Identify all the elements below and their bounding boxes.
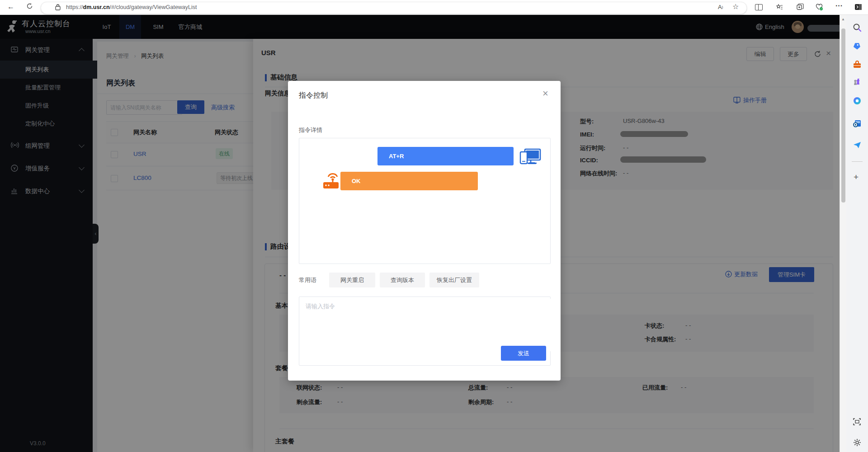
edge-sidebar-rail: + [846, 15, 868, 452]
browser-toolbar: ← https://dm.usr.cn/#/cloud/gateway/View… [0, 0, 868, 15]
refresh-icon[interactable] [26, 3, 33, 11]
browser-essentials-icon[interactable] [816, 4, 823, 12]
dialog-title: 指令控制 [299, 91, 328, 100]
quick-commands-label: 常用语 [299, 276, 316, 284]
command-history-panel: AT+R OK [299, 138, 551, 264]
reply-bubble: OK [340, 172, 478, 190]
command-detail-label: 指令详情 [299, 126, 322, 134]
rail-divider [852, 161, 863, 162]
more-menu-icon[interactable]: ··· [835, 2, 843, 9]
sidebar-outlook-icon[interactable] [853, 119, 862, 128]
sidebar-copilot-icon[interactable] [853, 96, 862, 105]
read-aloud-icon[interactable]: A) [718, 4, 723, 11]
quick-command-reboot[interactable]: 网关重启 [329, 273, 375, 287]
collections-add-icon[interactable] [797, 4, 804, 12]
scrollbar-thumb[interactable] [841, 28, 845, 202]
screen: ← https://dm.usr.cn/#/cloud/gateway/View… [0, 0, 868, 452]
quick-command-factory-reset[interactable]: 恢复出厂设置 [429, 273, 479, 287]
quick-command-query-version[interactable]: 查询版本 [380, 273, 425, 287]
lock-icon [55, 4, 61, 12]
command-input[interactable] [301, 299, 552, 351]
page-scrollbar[interactable]: ▲ [840, 15, 846, 452]
sidebar-search-icon[interactable] [853, 23, 862, 32]
command-control-dialog: 指令控制 × 指令详情 AT+R OK 常用语 网关重启 查询版本 恢复出厂设置… [288, 81, 561, 381]
favorite-star-icon[interactable]: ☆ [732, 3, 739, 10]
collections-icon[interactable] [776, 4, 783, 12]
settings-gear-icon[interactable] [853, 438, 862, 447]
cloud-device-icon [519, 147, 541, 168]
router-device-icon [322, 171, 343, 192]
sent-command-bubble: AT+R [377, 147, 514, 165]
dialog-close-icon[interactable]: × [542, 89, 548, 99]
sidebar-toggle-icon[interactable] [854, 4, 862, 12]
url-text[interactable]: https://dm.usr.cn/#/cloud/gateway/ViewGa… [66, 4, 197, 10]
screenshot-tool-icon[interactable] [853, 417, 862, 426]
scroll-up-arrow[interactable]: ▲ [841, 17, 845, 21]
command-input-box: 发送 [299, 297, 551, 366]
split-screen-icon[interactable] [755, 4, 763, 10]
sidebar-shopping-icon[interactable] [853, 41, 862, 50]
sidebar-games-icon[interactable] [853, 77, 862, 86]
sidebar-send-icon[interactable] [853, 141, 862, 150]
send-button[interactable]: 发送 [501, 346, 546, 361]
sidebar-tools-icon[interactable] [853, 60, 862, 69]
back-icon[interactable]: ← [7, 3, 14, 10]
sidebar-add-icon[interactable]: + [854, 172, 859, 182]
